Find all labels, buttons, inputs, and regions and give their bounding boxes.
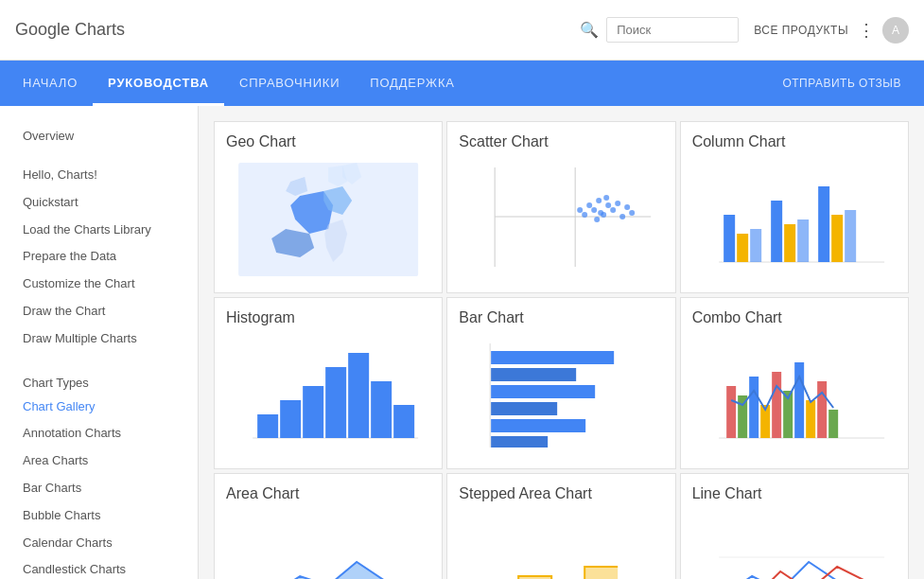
sidebar-link-customize[interactable]: Customize the Chart	[0, 271, 198, 298]
chart-area-histogram	[226, 334, 430, 457]
svg-rect-29	[750, 229, 761, 262]
svg-rect-27	[724, 215, 735, 262]
all-products-link[interactable]: ВСЕ ПРОДУКТЫ	[754, 24, 848, 37]
svg-rect-37	[257, 414, 278, 438]
chart-card-histogram[interactable]: Histogram	[214, 297, 443, 469]
sidebar-link-load[interactable]: Load the Charts Library	[0, 217, 198, 244]
sidebar-link-calendar[interactable]: Calendar Charts	[0, 530, 198, 557]
histogram-svg	[226, 334, 430, 457]
nav-item-support[interactable]: ПОДДЕРЖКА	[355, 61, 469, 106]
svg-point-12	[586, 202, 592, 208]
svg-point-11	[577, 207, 583, 213]
sidebar-link-area[interactable]: Area Charts	[0, 447, 198, 475]
svg-rect-38	[280, 400, 301, 438]
sidebar-chart-types-label: Chart Types	[0, 368, 198, 394]
svg-rect-30	[771, 201, 782, 262]
chart-card-line[interactable]: Line Chart	[680, 473, 909, 579]
account-avatar[interactable]: A	[882, 17, 909, 44]
svg-rect-33	[818, 186, 829, 262]
chart-area-combo	[692, 334, 897, 457]
svg-point-19	[615, 201, 620, 206]
svg-rect-52	[726, 386, 736, 438]
chart-title-geo: Geo Chart	[226, 133, 430, 150]
area-chart-svg	[226, 510, 430, 579]
sidebar-link-draw-multiple[interactable]: Draw Multiple Charts	[0, 325, 198, 353]
geo-chart-svg	[226, 158, 430, 281]
svg-point-13	[582, 212, 587, 218]
search-input[interactable]	[606, 17, 739, 43]
chart-card-stepped[interactable]: Stepped Area Chart	[446, 473, 675, 579]
chart-area-geo	[226, 158, 430, 281]
chart-title-stepped: Stepped Area Chart	[459, 485, 663, 502]
chart-title-scatter: Scatter Chart	[459, 133, 663, 150]
nav-item-guides[interactable]: РУКОВОДСТВА	[93, 61, 224, 106]
svg-rect-60	[817, 381, 827, 438]
sidebar-link-hello[interactable]: Hello, Charts!	[0, 162, 198, 189]
chart-title-line: Line Chart	[692, 485, 897, 502]
svg-point-17	[605, 202, 611, 208]
more-icon[interactable]: ⋮	[858, 20, 875, 41]
chart-grid: Geo Chart	[214, 121, 909, 579]
nav-item-home[interactable]: НАЧАЛО	[8, 61, 93, 106]
combo-chart-svg	[692, 334, 897, 457]
sidebar-overview[interactable]: Overview	[0, 121, 198, 147]
chart-card-area[interactable]: Area Chart	[214, 473, 443, 579]
chart-card-combo[interactable]: Combo Chart	[680, 297, 909, 469]
chart-area-line	[692, 510, 897, 579]
svg-rect-39	[303, 386, 323, 438]
svg-marker-63	[253, 562, 418, 579]
sidebar-link-bubble[interactable]: Bubble Charts	[0, 502, 198, 530]
svg-rect-42	[371, 381, 392, 438]
sidebar-link-bar[interactable]: Bar Charts	[0, 475, 198, 502]
header: Google Charts 🔍 ВСЕ ПРОДУКТЫ ⋮ A	[0, 0, 924, 61]
svg-point-18	[610, 207, 616, 213]
svg-point-25	[629, 210, 635, 216]
stepped-chart-svg	[459, 510, 663, 579]
chart-area-bar	[459, 334, 663, 457]
svg-rect-31	[784, 224, 795, 262]
chart-title-bar: Bar Chart	[459, 309, 663, 326]
sidebar-link-gallery[interactable]: Chart Gallery	[0, 394, 198, 421]
nav-item-reference[interactable]: СПРАВОЧНИКИ	[224, 61, 355, 106]
svg-rect-35	[845, 210, 856, 262]
search-icon: 🔍	[580, 21, 599, 39]
chart-title-combo: Combo Chart	[692, 309, 897, 326]
chart-area-scatter	[459, 158, 663, 281]
svg-rect-58	[794, 362, 804, 438]
svg-point-15	[596, 198, 601, 203]
sidebar-link-prepare[interactable]: Prepare the Data	[0, 243, 198, 271]
sidebar-link-quickstart[interactable]: Quickstart	[0, 189, 198, 217]
svg-rect-49	[491, 419, 585, 432]
sidebar-link-candlestick[interactable]: Candlestick Charts	[0, 556, 198, 579]
search-area: 🔍	[580, 17, 739, 43]
chart-card-geo[interactable]: Geo Chart	[214, 121, 443, 293]
svg-point-23	[598, 210, 603, 216]
sidebar-link-annotation[interactable]: Annotation Charts	[0, 420, 198, 447]
chart-card-bar[interactable]: Bar Chart	[446, 297, 675, 469]
svg-point-14	[591, 207, 597, 213]
chart-title-area: Area Chart	[226, 485, 430, 502]
app-logo: Google Charts	[15, 20, 580, 40]
nav-bar: НАЧАЛО РУКОВОДСТВА СПРАВОЧНИКИ ПОДДЕРЖКА…	[0, 61, 924, 106]
svg-rect-46	[491, 368, 576, 381]
chart-card-scatter[interactable]: Scatter Chart	[446, 121, 675, 293]
svg-point-22	[594, 217, 600, 222]
svg-rect-34	[831, 215, 843, 262]
svg-rect-28	[737, 234, 748, 262]
svg-rect-45	[491, 351, 614, 364]
chart-card-column[interactable]: Column Chart	[680, 121, 909, 293]
scatter-chart-svg	[459, 158, 663, 281]
svg-rect-59	[806, 400, 815, 438]
column-chart-svg	[692, 158, 897, 281]
sidebar: Overview Hello, Charts! Quickstart Load …	[0, 106, 199, 579]
svg-rect-61	[828, 410, 838, 438]
chart-area-column	[692, 158, 897, 281]
svg-point-21	[624, 204, 630, 210]
sidebar-link-draw[interactable]: Draw the Chart	[0, 298, 198, 325]
svg-rect-41	[348, 353, 369, 438]
svg-point-24	[603, 195, 609, 201]
nav-feedback-link[interactable]: ОТПРАВИТЬ ОТЗЫВ	[767, 61, 916, 106]
content-area: Geo Chart	[199, 106, 924, 579]
svg-point-20	[619, 214, 625, 219]
svg-rect-47	[491, 385, 595, 398]
